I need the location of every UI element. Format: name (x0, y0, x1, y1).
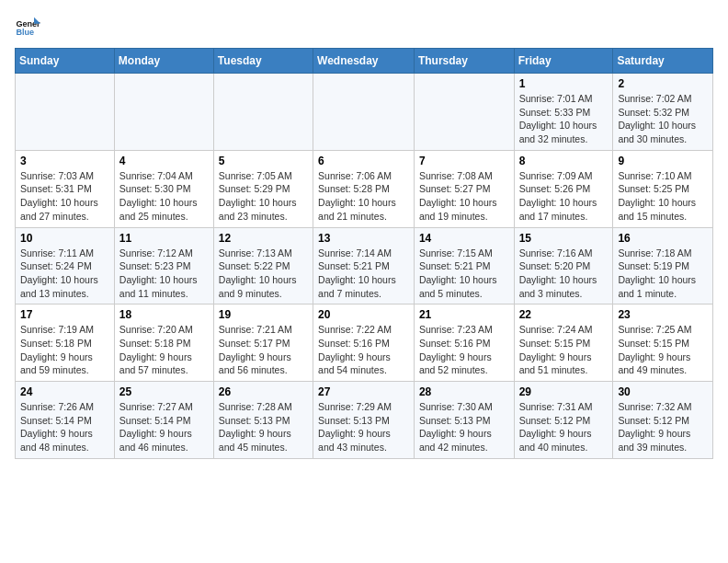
day-info: Sunrise: 7:09 AM Sunset: 5:26 PM Dayligh… (519, 169, 609, 224)
calendar-cell: 7Sunrise: 7:08 AM Sunset: 5:27 PM Daylig… (414, 150, 514, 227)
calendar-cell: 15Sunrise: 7:16 AM Sunset: 5:20 PM Dayli… (514, 227, 613, 304)
day-number: 14 (419, 232, 509, 245)
day-info: Sunrise: 7:30 AM Sunset: 5:13 PM Dayligh… (419, 400, 509, 454)
calendar-cell: 23Sunrise: 7:25 AM Sunset: 5:15 PM Dayli… (613, 304, 713, 382)
calendar-cell: 12Sunrise: 7:13 AM Sunset: 5:22 PM Dayli… (213, 227, 313, 304)
weekday-header-row: SundayMondayTuesdayWednesdayThursdayFrid… (16, 49, 713, 74)
day-info: Sunrise: 7:16 AM Sunset: 5:20 PM Dayligh… (519, 247, 609, 301)
calendar-cell: 18Sunrise: 7:20 AM Sunset: 5:18 PM Dayli… (114, 304, 213, 382)
day-number: 24 (20, 385, 109, 398)
day-number: 6 (318, 155, 409, 167)
day-info: Sunrise: 7:25 AM Sunset: 5:15 PM Dayligh… (618, 323, 708, 377)
calendar-cell: 28Sunrise: 7:30 AM Sunset: 5:13 PM Dayli… (414, 382, 514, 459)
day-info: Sunrise: 7:24 AM Sunset: 5:15 PM Dayligh… (519, 323, 609, 377)
day-info: Sunrise: 7:12 AM Sunset: 5:23 PM Dayligh… (119, 247, 209, 301)
calendar-cell: 17Sunrise: 7:19 AM Sunset: 5:18 PM Dayli… (16, 304, 115, 382)
day-number: 13 (318, 232, 409, 245)
calendar-cell: 21Sunrise: 7:23 AM Sunset: 5:16 PM Dayli… (414, 304, 514, 382)
day-info: Sunrise: 7:15 AM Sunset: 5:21 PM Dayligh… (419, 247, 509, 301)
day-number: 5 (219, 155, 308, 167)
calendar-cell: 13Sunrise: 7:14 AM Sunset: 5:21 PM Dayli… (313, 227, 415, 304)
weekday-header-monday: Monday (114, 49, 213, 74)
calendar-cell: 3Sunrise: 7:03 AM Sunset: 5:31 PM Daylig… (16, 150, 115, 227)
calendar-cell: 8Sunrise: 7:09 AM Sunset: 5:26 PM Daylig… (514, 150, 613, 227)
weekday-header-tuesday: Tuesday (213, 49, 313, 74)
day-number: 10 (20, 232, 109, 245)
calendar-cell: 2Sunrise: 7:02 AM Sunset: 5:32 PM Daylig… (613, 74, 713, 151)
calendar-cell: 10Sunrise: 7:11 AM Sunset: 5:24 PM Dayli… (16, 227, 115, 304)
day-number: 9 (618, 155, 708, 167)
calendar-cell: 27Sunrise: 7:29 AM Sunset: 5:13 PM Dayli… (313, 382, 415, 459)
page-header: General Blue (15, 15, 713, 40)
calendar-cell: 14Sunrise: 7:15 AM Sunset: 5:21 PM Dayli… (414, 227, 514, 304)
day-number: 19 (219, 308, 308, 321)
logo-icon: General Blue (15, 15, 40, 40)
weekday-header-friday: Friday (514, 49, 613, 74)
calendar-table: SundayMondayTuesdayWednesdayThursdayFrid… (15, 48, 713, 459)
calendar-cell: 1Sunrise: 7:01 AM Sunset: 5:33 PM Daylig… (514, 74, 613, 151)
calendar-cell (414, 74, 514, 151)
calendar-cell: 19Sunrise: 7:21 AM Sunset: 5:17 PM Dayli… (213, 304, 313, 382)
day-info: Sunrise: 7:18 AM Sunset: 5:19 PM Dayligh… (618, 247, 708, 301)
day-info: Sunrise: 7:28 AM Sunset: 5:13 PM Dayligh… (219, 400, 308, 454)
day-info: Sunrise: 7:26 AM Sunset: 5:14 PM Dayligh… (20, 400, 109, 454)
logo: General Blue (15, 15, 40, 40)
calendar-week-5: 24Sunrise: 7:26 AM Sunset: 5:14 PM Dayli… (16, 382, 713, 459)
day-number: 4 (119, 155, 209, 167)
day-number: 3 (20, 155, 109, 167)
day-number: 29 (519, 385, 609, 398)
calendar-week-2: 3Sunrise: 7:03 AM Sunset: 5:31 PM Daylig… (16, 150, 713, 227)
day-info: Sunrise: 7:20 AM Sunset: 5:18 PM Dayligh… (119, 323, 209, 377)
calendar-cell: 22Sunrise: 7:24 AM Sunset: 5:15 PM Dayli… (514, 304, 613, 382)
calendar-cell: 6Sunrise: 7:06 AM Sunset: 5:28 PM Daylig… (313, 150, 415, 227)
day-number: 28 (419, 385, 509, 398)
day-info: Sunrise: 7:02 AM Sunset: 5:32 PM Dayligh… (618, 92, 708, 146)
weekday-header-thursday: Thursday (414, 49, 514, 74)
weekday-header-wednesday: Wednesday (313, 49, 415, 74)
day-number: 7 (419, 155, 509, 167)
day-info: Sunrise: 7:22 AM Sunset: 5:16 PM Dayligh… (318, 323, 409, 377)
day-info: Sunrise: 7:32 AM Sunset: 5:12 PM Dayligh… (618, 400, 708, 454)
calendar-body: 1Sunrise: 7:01 AM Sunset: 5:33 PM Daylig… (16, 74, 713, 459)
calendar-cell: 24Sunrise: 7:26 AM Sunset: 5:14 PM Dayli… (16, 382, 115, 459)
day-number: 18 (119, 308, 209, 321)
day-info: Sunrise: 7:14 AM Sunset: 5:21 PM Dayligh… (318, 247, 409, 301)
day-info: Sunrise: 7:31 AM Sunset: 5:12 PM Dayligh… (519, 400, 609, 454)
day-info: Sunrise: 7:29 AM Sunset: 5:13 PM Dayligh… (318, 400, 409, 454)
day-info: Sunrise: 7:03 AM Sunset: 5:31 PM Dayligh… (20, 169, 109, 224)
day-number: 25 (119, 385, 209, 398)
day-info: Sunrise: 7:11 AM Sunset: 5:24 PM Dayligh… (20, 247, 109, 301)
day-number: 23 (618, 308, 708, 321)
calendar-cell: 4Sunrise: 7:04 AM Sunset: 5:30 PM Daylig… (114, 150, 213, 227)
calendar-cell (114, 74, 213, 151)
day-number: 16 (618, 232, 708, 245)
calendar-cell: 9Sunrise: 7:10 AM Sunset: 5:25 PM Daylig… (613, 150, 713, 227)
svg-text:Blue: Blue (16, 28, 34, 37)
calendar-cell: 5Sunrise: 7:05 AM Sunset: 5:29 PM Daylig… (213, 150, 313, 227)
day-number: 27 (318, 385, 409, 398)
calendar-week-4: 17Sunrise: 7:19 AM Sunset: 5:18 PM Dayli… (16, 304, 713, 382)
day-info: Sunrise: 7:08 AM Sunset: 5:27 PM Dayligh… (419, 169, 509, 224)
calendar-cell: 26Sunrise: 7:28 AM Sunset: 5:13 PM Dayli… (213, 382, 313, 459)
calendar-cell: 20Sunrise: 7:22 AM Sunset: 5:16 PM Dayli… (313, 304, 415, 382)
day-info: Sunrise: 7:27 AM Sunset: 5:14 PM Dayligh… (119, 400, 209, 454)
day-number: 22 (519, 308, 609, 321)
day-number: 30 (618, 385, 708, 398)
day-number: 1 (519, 77, 609, 90)
day-info: Sunrise: 7:04 AM Sunset: 5:30 PM Dayligh… (119, 169, 209, 224)
day-info: Sunrise: 7:06 AM Sunset: 5:28 PM Dayligh… (318, 169, 409, 224)
calendar-week-3: 10Sunrise: 7:11 AM Sunset: 5:24 PM Dayli… (16, 227, 713, 304)
day-info: Sunrise: 7:13 AM Sunset: 5:22 PM Dayligh… (219, 247, 308, 301)
calendar-cell (16, 74, 115, 151)
weekday-header-sunday: Sunday (16, 49, 115, 74)
calendar-cell (313, 74, 415, 151)
day-number: 8 (519, 155, 609, 167)
calendar-cell: 16Sunrise: 7:18 AM Sunset: 5:19 PM Dayli… (613, 227, 713, 304)
weekday-header-saturday: Saturday (613, 49, 713, 74)
day-number: 20 (318, 308, 409, 321)
day-number: 26 (219, 385, 308, 398)
day-number: 21 (419, 308, 509, 321)
day-info: Sunrise: 7:19 AM Sunset: 5:18 PM Dayligh… (20, 323, 109, 377)
day-info: Sunrise: 7:23 AM Sunset: 5:16 PM Dayligh… (419, 323, 509, 377)
calendar-week-1: 1Sunrise: 7:01 AM Sunset: 5:33 PM Daylig… (16, 74, 713, 151)
